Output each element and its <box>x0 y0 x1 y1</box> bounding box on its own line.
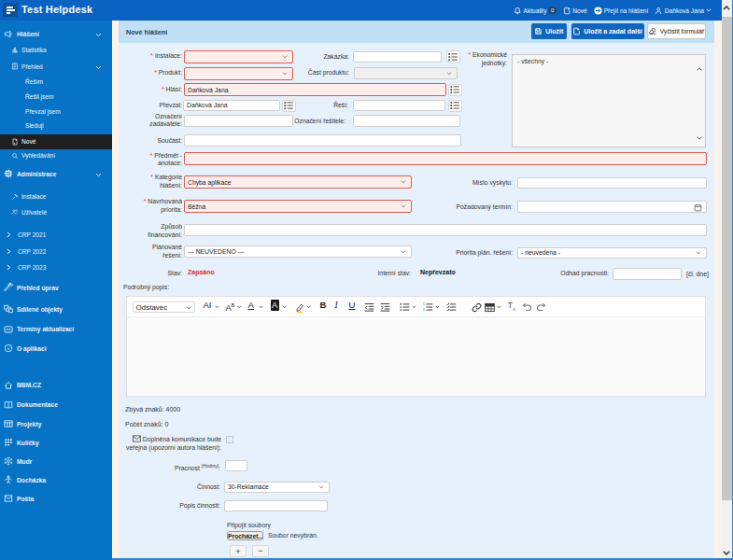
svg-text:1: 1 <box>423 302 425 306</box>
svg-text:2: 2 <box>423 308 425 312</box>
